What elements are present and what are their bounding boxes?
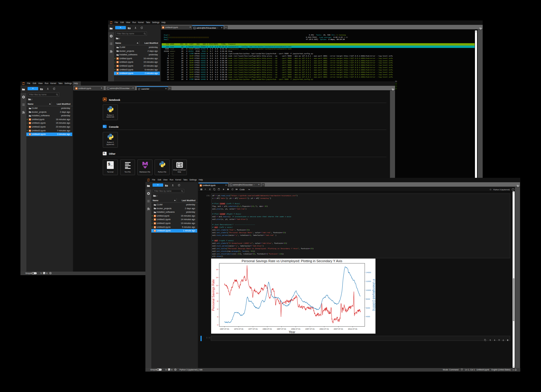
- svg-text:Personal Savings Rate vs Unemp: Personal Savings Rate vs Unemployed: Plo…: [242, 259, 342, 263]
- svg-text:2002-07-01: 2002-07-01: [320, 328, 329, 330]
- svg-text:16: 16: [216, 268, 218, 270]
- svg-text:4: 4: [217, 316, 218, 318]
- svg-text:# Unemployed (1000's): # Unemployed (1000's): [372, 279, 375, 311]
- svg-text:4000: 4000: [366, 315, 370, 317]
- svg-text:12000: 12000: [366, 280, 371, 282]
- svg-text:1982-07-01: 1982-07-01: [262, 328, 272, 330]
- svg-text:8000: 8000: [366, 298, 370, 300]
- svg-text:8: 8: [217, 300, 218, 302]
- svg-text:14: 14: [216, 276, 218, 278]
- svg-text:2: 2: [217, 324, 218, 326]
- svg-text:Year: Year: [289, 330, 296, 334]
- svg-text:Personal Savings Rate: Personal Savings Rate: [212, 279, 215, 311]
- svg-text:10: 10: [216, 292, 218, 294]
- svg-text:14000: 14000: [366, 271, 371, 273]
- svg-text:12: 12: [216, 284, 218, 286]
- svg-text:6000: 6000: [366, 306, 370, 309]
- svg-text:6: 6: [217, 308, 218, 310]
- svg-text:1997-07-01: 1997-07-01: [305, 328, 315, 330]
- svg-text:1992-07-01: 1992-07-01: [291, 328, 300, 330]
- svg-text:10000: 10000: [366, 289, 371, 291]
- svg-text:2012-07-01: 2012-07-01: [348, 328, 357, 330]
- svg-text:1977-07-01: 1977-07-01: [248, 328, 258, 330]
- svg-text:2007-07-01: 2007-07-01: [334, 328, 343, 330]
- svg-text:1972-07-01: 1972-07-01: [234, 328, 243, 330]
- svg-text:1987-07-01: 1987-07-01: [277, 328, 286, 330]
- svg-text:1967-07-01: 1967-07-01: [220, 328, 229, 330]
